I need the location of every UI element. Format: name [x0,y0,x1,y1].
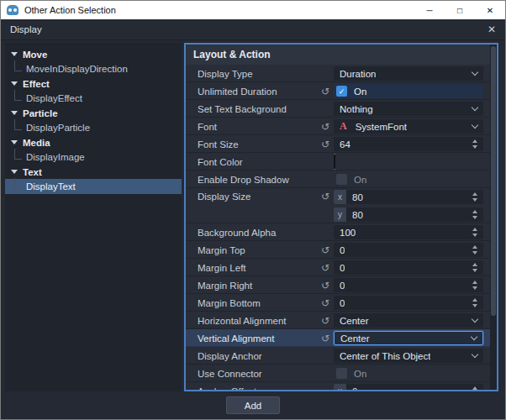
display-size-x-spinner[interactable]: 80 [346,190,483,204]
display-anchor-dropdown[interactable]: Center of This Object [334,349,483,363]
chevron-down-icon [472,104,478,111]
axis-x-label: x [334,384,346,390]
checkbox-label: On [354,87,366,97]
tree-group-text[interactable]: Text [5,165,182,179]
tree-item-displaytext[interactable]: DisplayText [5,179,182,194]
tree-group-move[interactable]: Move [5,47,182,61]
tree-item-displayimage[interactable]: DisplayImage [5,150,182,165]
dropdown-value: SystemFont [356,122,407,132]
axis-x-label: x [334,190,346,204]
tree-item-label: DisplayParticle [26,123,90,133]
spin-up-icon[interactable] [472,245,477,249]
font-size-spinner[interactable]: 64 [334,137,483,151]
revert-icon[interactable]: ↺ [317,297,334,309]
horizontal-alignment-dropdown[interactable]: Center [334,313,483,328]
revert-icon[interactable]: ↺ [317,139,334,150]
dropdown-value: Center of This Object [340,351,430,361]
row-margin-left: Margin Left ↺ 0 [186,259,497,276]
tree-indent-line [14,90,22,101]
spin-up-icon[interactable] [472,139,477,143]
tree-item-displayparticle[interactable]: DisplayParticle [5,120,182,135]
other-action-selection-window: Other Action Selection ─ □ ✕ Display ✕ M… [0,0,506,420]
spin-down-icon[interactable] [472,216,477,219]
dropdown-value: Nothing [340,104,373,114]
chevron-down-icon [471,333,477,340]
chevron-down-icon [472,122,478,129]
font-resource-dropdown[interactable]: A SystemFont [334,119,483,134]
revert-icon[interactable]: ↺ [317,188,334,206]
property-label: Horizontal Alignment [186,316,317,326]
section-header: Layout & Action [186,45,497,65]
dropdown-value: Center [340,316,369,326]
unlimited-duration-checkbox[interactable]: ✓ [336,86,347,97]
spin-down-icon[interactable] [472,198,477,202]
spinner-value: 0 [340,263,345,273]
revert-icon[interactable]: ↺ [317,333,334,344]
enable-drop-shadow-field: On [334,172,483,186]
tree-item-label: MoveInDisplayDirection [26,64,128,74]
use-connector-checkbox[interactable] [336,368,347,379]
chevron-expanded-icon [11,111,18,115]
spin-up-icon[interactable] [472,298,477,302]
vertical-alignment-dropdown[interactable]: Center [334,331,483,345]
close-button[interactable]: ✕ [475,1,505,19]
display-size-y-spinner[interactable]: 80 [346,207,483,222]
revert-icon[interactable]: ↺ [317,86,334,97]
revert-icon[interactable]: ↺ [317,315,334,327]
font-color-swatch[interactable] [334,154,335,170]
use-connector-field: On [334,366,483,381]
margin-bottom-spinner[interactable]: 0 [334,296,483,310]
chevron-expanded-icon [11,140,18,144]
tree-group-media[interactable]: Media [5,135,182,150]
scrollbar-thumb[interactable] [491,46,496,316]
tree-item-displayeffect[interactable]: DisplayEffect [5,91,182,106]
spin-up-icon[interactable] [472,192,477,196]
spin-down-icon[interactable] [472,286,477,290]
inspector-scrollbar[interactable] [490,45,497,390]
display-type-dropdown[interactable]: Duration [334,66,483,81]
tree-item-moveindisplaydirection[interactable]: MoveInDisplayDirection [5,61,182,76]
row-display-anchor: Display Anchor Center of This Object [186,347,497,365]
revert-icon[interactable]: ↺ [317,262,334,274]
minimize-button[interactable]: ─ [414,1,445,19]
background-alpha-spinner[interactable]: 100 [334,225,483,239]
tree-group-particle[interactable]: Particle [5,106,182,120]
spin-down-icon[interactable] [472,145,477,149]
margin-top-spinner[interactable]: 0 [334,243,483,257]
row-enable-drop-shadow: Enable Drop Shadow On [186,171,497,188]
spin-down-icon[interactable] [472,251,477,255]
row-set-text-background: Set Text Background Nothing [186,100,497,118]
revert-icon[interactable]: ↺ [317,280,334,291]
stepper [472,386,477,390]
revert-icon[interactable]: ↺ [317,244,334,256]
spinner-value: 0 [340,281,345,291]
margin-right-spinner[interactable]: 0 [334,278,483,292]
spin-up-icon[interactable] [472,386,477,390]
spin-down-icon[interactable] [472,304,477,307]
chevron-expanded-icon [11,52,18,56]
revert-icon[interactable]: ↺ [317,121,334,133]
tree-group-effect[interactable]: Effect [5,76,182,91]
row-horizontal-alignment: Horizontal Alignment ↺ Center [186,312,497,329]
stepper [472,139,477,149]
dialog-close-icon[interactable]: ✕ [488,24,496,35]
spin-up-icon[interactable] [472,228,477,231]
app-icon [7,5,18,15]
spin-down-icon[interactable] [472,269,477,272]
property-label: Vertical Alignment [186,333,317,344]
spin-up-icon[interactable] [472,210,477,213]
spin-up-icon[interactable] [472,263,477,266]
property-label: Font [186,122,317,132]
dialog-header: Display ✕ [1,19,505,40]
row-font: Font ↺ A SystemFont [186,118,497,135]
row-display-size: Display Size ↺ x 80 [186,188,497,223]
set-text-background-dropdown[interactable]: Nothing [334,102,483,116]
tree-item-label: DisplayText [26,181,76,192]
add-button[interactable]: Add [226,396,280,414]
anchor-offset-x-spinner[interactable]: 0 [346,384,483,390]
maximize-button[interactable]: □ [445,1,475,19]
spin-down-icon[interactable] [472,234,477,237]
margin-left-spinner[interactable]: 0 [334,260,483,275]
spin-up-icon[interactable] [472,281,477,284]
enable-drop-shadow-checkbox[interactable] [336,174,347,185]
